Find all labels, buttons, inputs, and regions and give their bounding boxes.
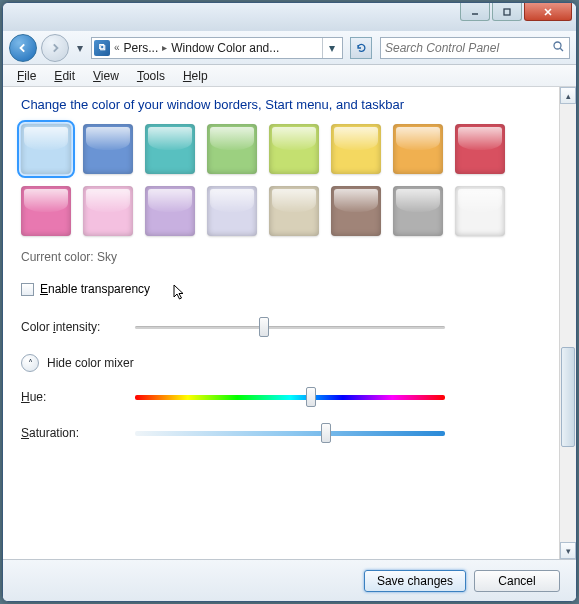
saturation-slider[interactable]: [135, 424, 445, 442]
svg-line-3: [560, 48, 563, 51]
crumb-prefix: «: [112, 42, 122, 53]
current-color-label: Current color:: [21, 250, 94, 264]
swatch-sky[interactable]: [21, 124, 71, 174]
color-mixer-toggle[interactable]: ˄ Hide color mixer: [21, 354, 541, 372]
maximize-button[interactable]: [492, 3, 522, 21]
navigation-bar: ▾ ⧉ « Pers... ▸ Window Color and... ▾: [3, 31, 576, 65]
search-input[interactable]: [385, 41, 552, 55]
swatch-lime[interactable]: [269, 124, 319, 174]
chevron-right-icon: ▸: [160, 42, 169, 53]
hue-slider[interactable]: [135, 388, 445, 406]
breadcrumb-window-color[interactable]: Window Color and...: [171, 41, 279, 55]
address-dropdown[interactable]: ▾: [322, 38, 340, 58]
swatch-lavender[interactable]: [207, 186, 257, 236]
forward-button[interactable]: [41, 34, 69, 62]
svg-rect-1: [504, 9, 510, 15]
back-button[interactable]: [9, 34, 37, 62]
refresh-button[interactable]: [350, 37, 372, 59]
titlebar: [3, 3, 576, 31]
control-panel-window: ▾ ⧉ « Pers... ▸ Window Color and... ▾ Fi…: [2, 2, 577, 602]
swatch-chocolate[interactable]: [331, 186, 381, 236]
hue-thumb[interactable]: [306, 387, 316, 407]
swatch-slate[interactable]: [393, 186, 443, 236]
swatch-sun[interactable]: [331, 124, 381, 174]
cursor-icon: [173, 284, 187, 302]
breadcrumb-personalization[interactable]: Pers...: [124, 41, 159, 55]
menu-view[interactable]: View: [85, 67, 127, 85]
color-swatch-grid: [21, 124, 541, 236]
swatch-twilight[interactable]: [83, 124, 133, 174]
swatch-pumpkin[interactable]: [393, 124, 443, 174]
content-area: Change the color of your window borders,…: [3, 87, 559, 559]
intensity-label: Color intensity:: [21, 320, 127, 334]
intensity-slider[interactable]: [135, 318, 445, 336]
intensity-thumb[interactable]: [259, 317, 269, 337]
swatch-taupe[interactable]: [269, 186, 319, 236]
menu-tools[interactable]: Tools: [129, 67, 173, 85]
swatch-fuchsia[interactable]: [21, 186, 71, 236]
scroll-down-button[interactable]: ▾: [560, 542, 576, 559]
intensity-row: Color intensity:: [21, 318, 541, 336]
saturation-row: Saturation:: [21, 424, 541, 442]
transparency-checkbox[interactable]: [21, 283, 34, 296]
address-bar[interactable]: ⧉ « Pers... ▸ Window Color and... ▾: [91, 37, 343, 59]
menu-file-label: ile: [24, 69, 36, 83]
swatch-ruby[interactable]: [455, 124, 505, 174]
svg-point-2: [554, 42, 561, 49]
menu-bar: File Edit View Tools Help: [3, 65, 576, 87]
scroll-up-button[interactable]: ▴: [560, 87, 576, 104]
menu-file[interactable]: File: [9, 67, 44, 85]
cancel-button[interactable]: Cancel: [474, 570, 560, 592]
saturation-label: Saturation:: [21, 426, 127, 440]
search-icon[interactable]: [552, 40, 565, 56]
saturation-thumb[interactable]: [321, 423, 331, 443]
control-panel-icon: ⧉: [94, 40, 110, 56]
minimize-button[interactable]: [460, 3, 490, 21]
footer-bar: Save changes Cancel: [3, 559, 576, 601]
save-changes-button[interactable]: Save changes: [364, 570, 466, 592]
transparency-row: Enable transparency: [21, 282, 541, 296]
search-box[interactable]: [380, 37, 570, 59]
current-color-row: Current color: Sky: [21, 250, 541, 264]
hue-row: Hue:: [21, 388, 541, 406]
hue-label: Hue:: [21, 390, 127, 404]
mixer-label: Hide color mixer: [47, 356, 134, 370]
history-dropdown[interactable]: ▾: [73, 38, 87, 58]
swatch-blush[interactable]: [83, 186, 133, 236]
close-button[interactable]: [524, 3, 572, 21]
current-color-value: Sky: [97, 250, 117, 264]
swatch-leaf[interactable]: [207, 124, 257, 174]
transparency-label[interactable]: Enable transparency: [40, 282, 150, 296]
swatch-sea[interactable]: [145, 124, 195, 174]
menu-help[interactable]: Help: [175, 67, 216, 85]
vertical-scrollbar[interactable]: ▴ ▾: [559, 87, 576, 559]
page-heading: Change the color of your window borders,…: [21, 97, 541, 112]
menu-edit[interactable]: Edit: [46, 67, 83, 85]
swatch-violet[interactable]: [145, 186, 195, 236]
scrollbar-thumb[interactable]: [561, 347, 575, 447]
swatch-frost[interactable]: [455, 186, 505, 236]
chevron-up-icon: ˄: [21, 354, 39, 372]
